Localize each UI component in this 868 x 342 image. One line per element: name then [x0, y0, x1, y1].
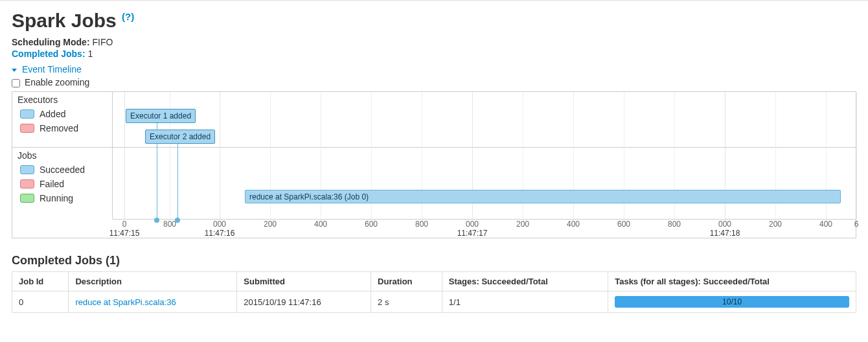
scheduling-mode: Scheduling Mode: FIFO	[12, 37, 856, 47]
enable-zoom-checkbox[interactable]	[12, 79, 20, 87]
legend-box-added-icon	[20, 109, 34, 119]
legend-box-failed-icon	[20, 179, 34, 188]
completed-jobs-table: Job Id Description Submitted Duration St…	[12, 271, 856, 313]
axis-tick-minor: 800	[668, 220, 681, 229]
legend-box-removed-icon	[20, 124, 34, 133]
legend-added-label: Added	[40, 109, 65, 119]
legend-added: Added	[20, 109, 107, 119]
axis-tick-minor: 400	[314, 220, 327, 229]
completed-jobs-label[interactable]: Completed Jobs:	[12, 49, 86, 59]
job-bar-label: reduce at SparkPi.scala:36 (Job 0)	[249, 192, 369, 201]
col-stages[interactable]: Stages: Succeeded/Total	[442, 272, 608, 291]
scheduling-mode-value: FIFO	[92, 37, 113, 47]
axis-tick-minor: 200	[769, 220, 782, 229]
timeline-canvas[interactable]: Executor 1 added Executor 2 added reduce…	[113, 92, 856, 238]
event-timeline-toggle[interactable]: Event Timeline	[12, 64, 856, 74]
axis-tick-bottom: 11:47:16	[205, 229, 235, 238]
executors-heading: Executors	[17, 95, 107, 105]
axis-tick-top: 000	[213, 220, 226, 229]
axis-tick-top: 0	[122, 220, 127, 229]
timeline-legend: Executors Added Removed Jobs Succeeded F…	[12, 92, 113, 219]
page-title: Spark Jobs (?)	[12, 10, 856, 32]
table-row: 0 reduce at SparkPi.scala:36 2015/10/19 …	[12, 291, 856, 313]
cell-stages: 1/1	[442, 291, 608, 313]
legend-running: Running	[20, 193, 107, 203]
axis-tick-top: 000	[718, 220, 731, 229]
col-tasks[interactable]: Tasks (for all stages): Succeeded/Total	[608, 272, 856, 291]
legend-succeeded: Succeeded	[20, 165, 107, 175]
executor-added-label: Executor 1 added	[130, 111, 191, 120]
axis-tick-minor: 400	[819, 220, 832, 229]
axis-tick-minor: 800	[163, 220, 176, 229]
col-duration[interactable]: Duration	[371, 272, 442, 291]
executor-added-box[interactable]: Executor 2 added	[145, 130, 215, 144]
cell-submitted: 2015/10/19 11:47:16	[237, 291, 371, 313]
col-jobid[interactable]: Job Id	[12, 272, 69, 291]
legend-succeeded-label: Succeeded	[40, 165, 85, 175]
col-description[interactable]: Description	[69, 272, 237, 291]
jobs-lane: reduce at SparkPi.scala:36 (Job 0)	[113, 147, 856, 219]
table-header-row: Job Id Description Submitted Duration St…	[12, 272, 856, 291]
page-title-text: Spark Jobs	[12, 10, 117, 31]
tasks-progress: 10/10	[615, 296, 849, 308]
cell-duration: 2 s	[371, 291, 442, 313]
zoom-row: Enable zooming	[12, 77, 856, 87]
timeline[interactable]: Executors Added Removed Jobs Succeeded F…	[12, 91, 856, 238]
event-timeline-label: Event Timeline	[22, 64, 82, 74]
completed-jobs-value: 1	[87, 49, 93, 59]
legend-running-label: Running	[40, 193, 73, 203]
cell-tasks: 10/10	[608, 291, 856, 313]
axis-tick-minor: 400	[567, 220, 580, 229]
legend-failed: Failed	[20, 179, 107, 189]
enable-zoom-label[interactable]: Enable zooming	[25, 77, 89, 87]
axis-tick-bottom: 11:47:15	[109, 229, 140, 238]
help-icon[interactable]: (?)	[122, 11, 134, 22]
legend-box-running-icon	[20, 194, 34, 203]
executor-added-box[interactable]: Executor 1 added	[126, 109, 196, 123]
axis-tick-minor: 600	[365, 220, 378, 229]
legend-failed-label: Failed	[40, 179, 64, 189]
completed-jobs-title: Completed Jobs (1)	[12, 254, 856, 268]
legend-removed: Removed	[20, 123, 107, 133]
executor-added-label: Executor 2 added	[150, 132, 211, 141]
axis-tick-minor: 200	[264, 220, 277, 229]
axis-tick-bottom: 11:47:18	[710, 229, 740, 238]
jobs-heading: Jobs	[17, 150, 107, 161]
executors-lane: Executor 1 added Executor 2 added	[113, 92, 856, 147]
col-submitted[interactable]: Submitted	[237, 272, 371, 291]
axis-tick-minor: 200	[516, 220, 529, 229]
job-description-link[interactable]: reduce at SparkPi.scala:36	[75, 297, 176, 307]
axis-tick-minor: 600	[617, 220, 630, 229]
axis-tick-bottom: 11:47:17	[457, 229, 488, 238]
tasks-progress-bar: 10/10	[615, 296, 849, 308]
timeline-axis: 011:47:1500011:47:1600011:47:1700011:47:…	[113, 219, 856, 238]
job-bar[interactable]: reduce at SparkPi.scala:36 (Job 0)	[245, 190, 841, 203]
completed-count: Completed Jobs: 1	[12, 49, 856, 59]
caret-down-icon	[12, 69, 17, 72]
axis-tick-top: 000	[466, 220, 479, 229]
legend-removed-label: Removed	[40, 123, 78, 133]
legend-box-succeeded-icon	[20, 165, 34, 174]
executor-marker-dot-icon	[154, 218, 159, 223]
cell-jobid: 0	[12, 291, 69, 313]
executor-marker-dot-icon	[175, 218, 180, 223]
axis-tick-minor: 6	[854, 220, 859, 229]
scheduling-mode-label: Scheduling Mode:	[12, 37, 90, 47]
executor-marker-line	[177, 144, 178, 219]
axis-tick-minor: 800	[415, 220, 428, 229]
